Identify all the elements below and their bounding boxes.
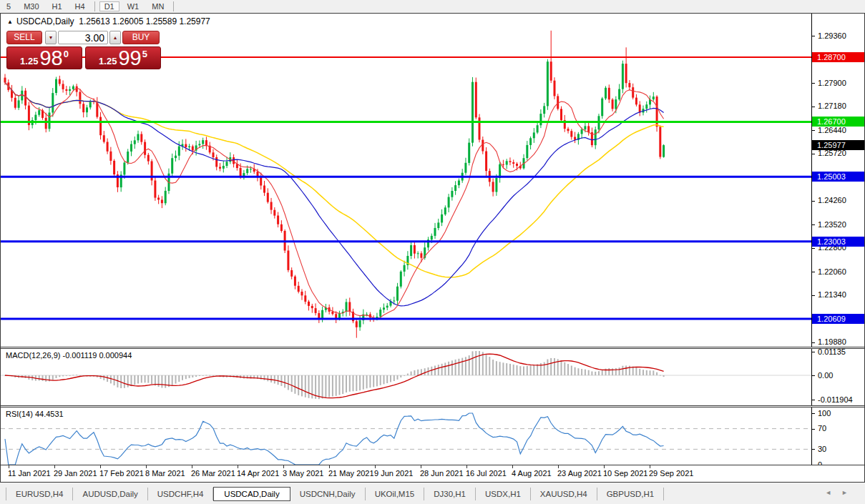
price-tick-mark <box>812 107 815 107</box>
date-label: 11 Jan 2021 <box>8 469 51 478</box>
date-tick-mark <box>604 465 605 468</box>
timeframe-button-5[interactable]: 5 <box>1 1 16 11</box>
tab-gbpusd-h1[interactable]: GBPUSD,H1 <box>597 488 664 500</box>
volume-increase-button[interactable]: ▴ <box>109 31 121 44</box>
date-tick-mark <box>146 465 147 468</box>
timeframe-button-w1[interactable]: W1 <box>122 1 145 11</box>
collapse-panel-icon[interactable]: ▲ <box>7 19 13 25</box>
rsi-axis: 10070300 <box>811 407 864 465</box>
price-tick-mark <box>812 248 815 249</box>
timeframe-button-m30[interactable]: M30 <box>19 1 44 11</box>
price-tick-label: 1.29360 <box>818 31 846 41</box>
date-label: 29 Jan 2021 <box>54 469 97 478</box>
chart-window: 1.293601.286101.279001.271801.264401.257… <box>0 13 865 483</box>
chart-tabs: EURUSD,H4AUDUSD,DailyUSDCHF,H4USDCAD,Dai… <box>6 486 664 501</box>
macd-tick-mark <box>812 400 815 400</box>
price-tick-mark <box>812 154 815 154</box>
macd-indicator-pane[interactable]: MACD(12,26,9) -0.001119 0.000944 0.01135… <box>1 349 864 405</box>
price-tick-mark <box>812 224 815 225</box>
date-tick-mark <box>421 465 421 468</box>
date-tick-mark <box>54 465 55 468</box>
rsi-label: RSI(14) 44.4531 <box>6 410 64 418</box>
macd-tick-label: 0.01135 <box>818 349 846 357</box>
buy-price-big: 99 <box>118 47 141 69</box>
sell-price-big: 98 <box>39 47 62 69</box>
tab-usdcnh-daily[interactable]: USDCNH,Daily <box>290 488 366 500</box>
rsi-plot <box>1 407 811 465</box>
price-badge: 1.28700 <box>812 52 864 62</box>
date-label: 17 Feb 2021 <box>99 469 144 478</box>
date-label: 16 Jul 2021 <box>466 469 507 478</box>
date-label: 23 Aug 2021 <box>557 469 602 478</box>
price-tick-mark <box>812 295 815 296</box>
price-axis[interactable]: 1.293601.286101.279001.271801.264401.257… <box>811 14 864 347</box>
date-tick-mark <box>238 465 238 468</box>
tab-audusd-daily[interactable]: AUDUSD,Daily <box>73 488 147 500</box>
sell-price-prefix: 1.25 <box>20 56 38 66</box>
tab-dj30-h1[interactable]: DJ30,H1 <box>424 488 476 500</box>
date-label: 29 Sep 2021 <box>649 469 693 478</box>
toolbar-separator <box>94 1 95 11</box>
price-tick-label: 1.19880 <box>818 337 846 347</box>
rsi-tick-mark <box>812 413 815 414</box>
date-label: 28 Jun 2021 <box>420 469 464 478</box>
price-tick-mark <box>812 130 815 131</box>
price-badge: 1.26700 <box>812 117 864 127</box>
tab-ukoil-m15[interactable]: UKOil,M15 <box>366 488 425 500</box>
date-tick-mark <box>512 465 513 468</box>
price-badge: 1.25977 <box>812 140 864 150</box>
chart-title: ▲USDCAD,Daily 1.25613 1.26005 1.25589 1.… <box>7 16 210 26</box>
macd-axis: 0.011350.00-0.011904 <box>811 349 864 405</box>
price-tick-mark <box>812 83 815 84</box>
tab-usdchf-h4[interactable]: USDCHF,H4 <box>148 488 214 500</box>
timeframe-button-h1[interactable]: H1 <box>47 1 67 11</box>
rsi-tick-label: 70 <box>818 424 826 433</box>
price-tick-label: 1.26440 <box>818 126 846 135</box>
rsi-tick-label: 30 <box>818 445 826 454</box>
macd-tick-label: -0.011904 <box>818 395 853 405</box>
date-tick-mark <box>466 465 467 468</box>
date-tick-mark <box>329 465 330 468</box>
chart-tab-bar: EURUSD,H4AUDUSD,DailyUSDCHF,H4USDCAD,Dai… <box>0 483 865 504</box>
date-tick-mark <box>283 465 284 468</box>
date-label: 21 May 2021 <box>328 469 374 478</box>
volume-input[interactable] <box>58 31 108 44</box>
macd-label: MACD(12,26,9) -0.001119 0.000944 <box>6 351 132 360</box>
tab-scroll-arrows: ◄► <box>825 489 858 496</box>
timeframe-button-d1[interactable]: D1 <box>99 1 119 11</box>
price-badge: 1.25003 <box>812 172 864 182</box>
buy-button[interactable]: BUY <box>122 31 160 44</box>
tab-usdcad-daily[interactable]: USDCAD,Daily <box>213 487 290 501</box>
price-tick-mark <box>812 36 815 36</box>
date-label: 8 Mar 2021 <box>145 469 185 478</box>
date-tick-mark <box>192 465 192 468</box>
date-axis[interactable]: 11 Jan 202129 Jan 202117 Feb 20218 Mar 2… <box>1 465 864 482</box>
date-label: 3 May 2021 <box>283 469 323 478</box>
buy-price-tile[interactable]: 1.25 99 5 <box>85 46 161 69</box>
macd-tick-mark <box>812 375 815 376</box>
scroll-right-icon[interactable]: ► <box>841 489 858 496</box>
tab-eurusd-h4[interactable]: EURUSD,H4 <box>6 488 73 500</box>
timeframe-button-mn[interactable]: MN <box>147 1 169 11</box>
rsi-indicator-pane[interactable]: RSI(14) 44.4531 10070300 <box>1 407 864 465</box>
date-tick-mark <box>650 465 650 468</box>
price-badge: 1.20609 <box>812 314 864 324</box>
buy-price-prefix: 1.25 <box>99 56 117 66</box>
price-tick-label: 1.27180 <box>818 102 846 111</box>
tab-xauusd-h4[interactable]: XAUUSD,H4 <box>531 488 597 500</box>
sell-price-tile[interactable]: 1.25 98 0 <box>6 46 82 69</box>
volume-decrease-button[interactable]: ▾ <box>45 31 57 44</box>
timeframe-toolbar: 5M30H1H4D1W1MN <box>0 0 865 13</box>
sell-price-sup: 0 <box>64 49 69 59</box>
sell-button[interactable]: SELL <box>6 31 42 44</box>
price-tick-mark <box>812 342 815 343</box>
ohlc-values: 1.25613 1.26005 1.25589 1.25977 <box>79 16 210 26</box>
price-tick-label: 1.22060 <box>818 267 846 277</box>
rsi-tick-mark <box>812 429 815 430</box>
tab-usdx-h1[interactable]: USDX,H1 <box>476 488 531 500</box>
symbol-period-label: USDCAD,Daily <box>16 16 74 26</box>
timeframe-button-h4[interactable]: H4 <box>70 1 90 11</box>
price-tick-label: 1.23520 <box>818 220 846 229</box>
price-chart-pane[interactable]: 1.293601.286101.279001.271801.264401.257… <box>1 14 864 347</box>
scroll-left-icon[interactable]: ◄ <box>825 489 841 496</box>
